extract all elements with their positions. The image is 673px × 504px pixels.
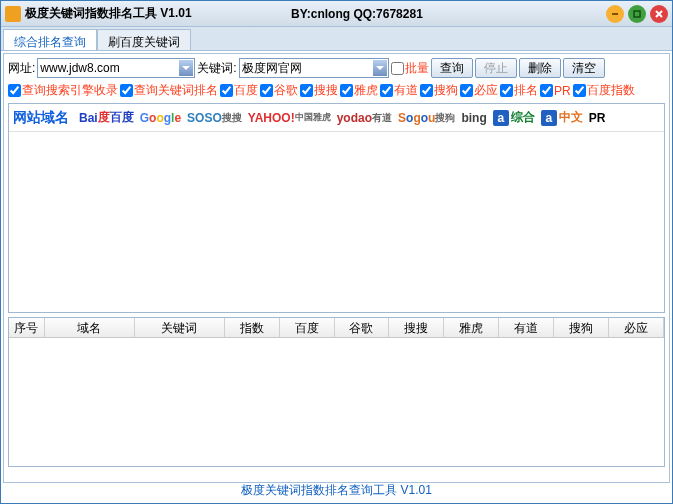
search-toolbar: 网址: 关键词: 批量 查询 停止 删除 清空: [8, 58, 665, 78]
engines-grid: 网站域名 Bai度百度 Google SOSO搜搜 YAHOO!中国雅虎 yod…: [8, 103, 665, 313]
pr-column-label: PR: [589, 108, 606, 128]
svg-rect-1: [634, 11, 640, 17]
query-button[interactable]: 查询: [431, 58, 473, 78]
delete-button[interactable]: 删除: [519, 58, 561, 78]
col-bing[interactable]: 必应: [609, 318, 664, 337]
url-input[interactable]: [40, 61, 176, 75]
url-combo[interactable]: [37, 58, 195, 78]
chk-baidu[interactable]: 百度: [220, 82, 258, 99]
close-button[interactable]: [650, 5, 668, 23]
chk-engine-index[interactable]: 查询搜索引擎收录: [8, 82, 118, 99]
clear-button[interactable]: 清空: [563, 58, 605, 78]
tab-ranking-query[interactable]: 综合排名查询: [3, 29, 97, 50]
engines-header: 网站域名 Bai度百度 Google SOSO搜搜 YAHOO!中国雅虎 yod…: [9, 104, 664, 132]
col-google[interactable]: 谷歌: [335, 318, 390, 337]
tab-brush-baidu[interactable]: 刷百度关键词: [97, 29, 191, 50]
col-index[interactable]: 序号: [9, 318, 45, 337]
keyword-label: 关键词:: [197, 60, 236, 77]
results-table: 序号 域名 关键词 指数 百度 谷歌 搜搜 雅虎 有道 搜狗 必应: [8, 317, 665, 467]
chk-pr[interactable]: PR: [540, 84, 571, 98]
zhongwen-logo-icon: a中文: [541, 108, 583, 128]
chk-sogou[interactable]: 搜狗: [420, 82, 458, 99]
chk-baidu-index[interactable]: 百度指数: [573, 82, 635, 99]
app-icon: [5, 6, 21, 22]
chk-bing[interactable]: 必应: [460, 82, 498, 99]
bing-logo-icon: bing: [461, 108, 486, 128]
col-sogou[interactable]: 搜狗: [554, 318, 609, 337]
col-baidu[interactable]: 百度: [280, 318, 335, 337]
keyword-input[interactable]: [242, 61, 370, 75]
chk-rank[interactable]: 排名: [500, 82, 538, 99]
titlebar: 极度关键词指数排名工具 V1.01 BY:cnlong QQ:7678281: [1, 1, 672, 27]
url-dropdown-icon[interactable]: [179, 60, 193, 76]
sogou-logo-icon: Sogou搜狗: [398, 108, 455, 128]
filter-row: 查询搜索引擎收录 查询关键词排名 百度 谷歌 搜搜 雅虎 有道 搜狗 必应 排名…: [8, 82, 665, 99]
window-buttons: [606, 5, 668, 23]
col-zhishu[interactable]: 指数: [225, 318, 280, 337]
col-domain[interactable]: 域名: [45, 318, 135, 337]
keyword-dropdown-icon[interactable]: [373, 60, 387, 76]
chk-google[interactable]: 谷歌: [260, 82, 298, 99]
minimize-button[interactable]: [606, 5, 624, 23]
chk-yahoo[interactable]: 雅虎: [340, 82, 378, 99]
col-youdao[interactable]: 有道: [499, 318, 554, 337]
yodao-logo-icon: yodao有道: [337, 108, 392, 128]
stop-button: 停止: [475, 58, 517, 78]
yahoo-logo-icon: YAHOO!中国雅虎: [248, 108, 331, 128]
tab-bar: 综合排名查询 刷百度关键词: [1, 27, 672, 51]
chk-keyword-rank[interactable]: 查询关键词排名: [120, 82, 218, 99]
maximize-button[interactable]: [628, 5, 646, 23]
baidu-logo-icon: Bai度百度: [79, 108, 134, 128]
table-header: 序号 域名 关键词 指数 百度 谷歌 搜搜 雅虎 有道 搜狗 必应: [9, 318, 664, 338]
zonghe-logo-icon: a综合: [493, 108, 535, 128]
col-soso[interactable]: 搜搜: [389, 318, 444, 337]
domain-column-label: 网站域名: [13, 109, 69, 127]
keyword-combo[interactable]: [239, 58, 389, 78]
google-logo-icon: Google: [140, 108, 181, 128]
chk-soso[interactable]: 搜搜: [300, 82, 338, 99]
window-author: BY:cnlong QQ:7678281: [291, 7, 423, 21]
soso-logo-icon: SOSO搜搜: [187, 108, 242, 128]
status-footer: 极度关键词指数排名查询工具 V1.01: [1, 480, 672, 501]
main-window: 极度关键词指数排名工具 V1.01 BY:cnlong QQ:7678281 综…: [0, 0, 673, 504]
batch-checkbox[interactable]: 批量: [391, 60, 429, 77]
chk-youdao[interactable]: 有道: [380, 82, 418, 99]
col-yahoo[interactable]: 雅虎: [444, 318, 499, 337]
url-label: 网址:: [8, 60, 35, 77]
window-title: 极度关键词指数排名工具 V1.01: [25, 5, 192, 22]
col-keyword[interactable]: 关键词: [135, 318, 225, 337]
content-panel: 网址: 关键词: 批量 查询 停止 删除 清空 查询搜索引擎收录 查询关键词排名…: [3, 53, 670, 483]
